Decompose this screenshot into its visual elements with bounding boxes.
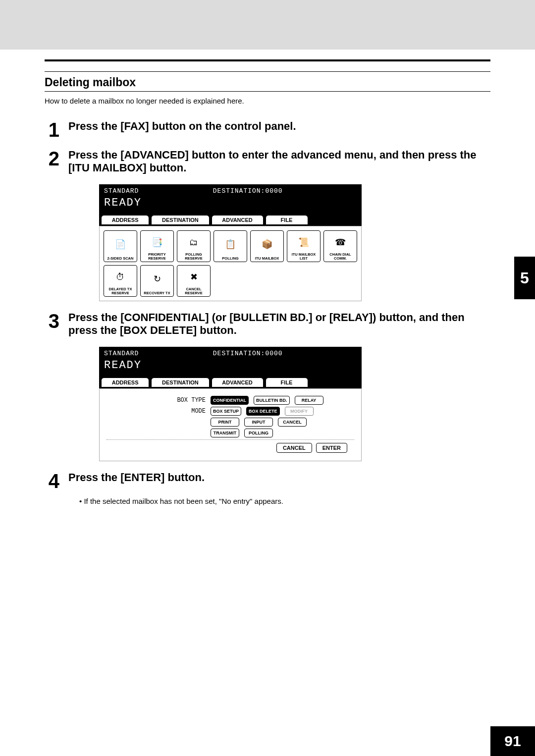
step-text: Press the [ADVANCED] button to enter the… <box>68 149 490 174</box>
tab-advanced[interactable]: ADVANCED <box>212 378 264 387</box>
tab-file[interactable]: FILE <box>266 378 308 387</box>
adv-polling-reserve[interactable]: 🗂POLLING RESERVE <box>177 230 211 262</box>
btn-box-setup[interactable]: BOX SETUP <box>211 407 241 416</box>
step-2: 2 Press the [ADVANCED] button to enter t… <box>45 149 490 174</box>
step-text: Press the [CONFIDENTIAL] (or [BULLETIN B… <box>68 311 490 337</box>
adv-delayed-tx[interactable]: ⏱DELAYED TX RESERVE <box>104 265 137 297</box>
step-text: Press the [FAX] button on the control pa… <box>68 120 490 140</box>
step-number: 4 <box>45 471 59 491</box>
step-text: Press the [ENTER] button. <box>68 471 490 491</box>
tab-destination[interactable]: DESTINATION <box>151 378 209 387</box>
lcd-ready: READY <box>104 359 357 372</box>
section-intro: How to delete a mailbox no longer needed… <box>45 97 490 105</box>
thin-rule-bottom <box>45 91 490 92</box>
adv-recovery-tx[interactable]: ↻RECOVERY TX <box>140 265 174 297</box>
btn-print[interactable]: PRINT <box>211 418 239 427</box>
btn-cancel-mode[interactable]: CANCEL <box>278 418 307 427</box>
label-box-type: BOX TYPE <box>107 397 206 404</box>
btn-modify: MODIFY <box>285 407 314 416</box>
lcd-destination: DESTINATION:0000 <box>213 187 283 195</box>
lcd-ready: READY <box>104 197 357 209</box>
adv-chain-dial[interactable]: ☎CHAIN DIAL COMM. <box>323 230 357 262</box>
btn-polling[interactable]: POLLING <box>244 429 273 437</box>
tab-file[interactable]: FILE <box>266 215 308 225</box>
btn-input[interactable]: INPUT <box>244 418 273 427</box>
btn-relay[interactable]: RELAY <box>295 396 323 405</box>
section-title: Deleting mailbox <box>45 76 490 89</box>
btn-transmit[interactable]: TRANSMIT <box>211 429 239 437</box>
screen1: STANDARD DESTINATION:0000 READY ADDRESS … <box>99 184 362 301</box>
chapter-tab: 5 <box>514 257 535 299</box>
tab-address[interactable]: ADDRESS <box>101 215 149 225</box>
adv-itu-mailbox-list[interactable]: 📜ITU MAILBOX LIST <box>287 230 321 262</box>
adv-itu-mailbox[interactable]: 📦ITU MAILBOX <box>250 230 284 262</box>
step-1: 1 Press the [FAX] button on the control … <box>45 120 490 140</box>
step-number: 3 <box>45 311 59 337</box>
tab-advanced[interactable]: ADVANCED <box>212 215 264 225</box>
page-number: 91 <box>490 726 535 756</box>
step-number: 2 <box>45 149 59 174</box>
step-3: 3 Press the [CONFIDENTIAL] (or [BULLETIN… <box>45 311 490 337</box>
btn-cancel[interactable]: CANCEL <box>276 443 312 453</box>
thick-rule <box>45 59 490 61</box>
lcd-destination: DESTINATION:0000 <box>213 350 283 357</box>
step-number: 1 <box>45 120 59 140</box>
lcd-standard: STANDARD <box>104 187 139 195</box>
adv-priority-reserve[interactable]: 📑PRIORITY RESERVE <box>140 230 174 262</box>
screen2: STANDARD DESTINATION:0000 READY ADDRESS … <box>99 347 362 461</box>
btn-box-delete[interactable]: BOX DELETE <box>246 407 280 416</box>
btn-confidential[interactable]: CONFIDENTIAL <box>211 396 249 405</box>
tab-address[interactable]: ADDRESS <box>101 378 149 387</box>
tab-destination[interactable]: DESTINATION <box>151 215 209 225</box>
step-4: 4 Press the [ENTER] button. <box>45 471 490 491</box>
label-mode: MODE <box>107 408 206 415</box>
lcd-standard: STANDARD <box>104 350 139 357</box>
thin-rule-top <box>45 71 490 72</box>
adv-2sided-scan[interactable]: 📄2-SIDED SCAN <box>104 230 137 262</box>
btn-bulletin-bd[interactable]: BULLETIN BD. <box>254 396 290 405</box>
adv-polling[interactable]: 📋POLLING <box>214 230 247 262</box>
adv-cancel-reserve[interactable]: ✖CANCEL RESERVE <box>177 265 211 297</box>
btn-enter[interactable]: ENTER <box>316 443 347 453</box>
step4-note: If the selected mailbox has not been set… <box>79 497 490 505</box>
header-band <box>0 0 535 50</box>
